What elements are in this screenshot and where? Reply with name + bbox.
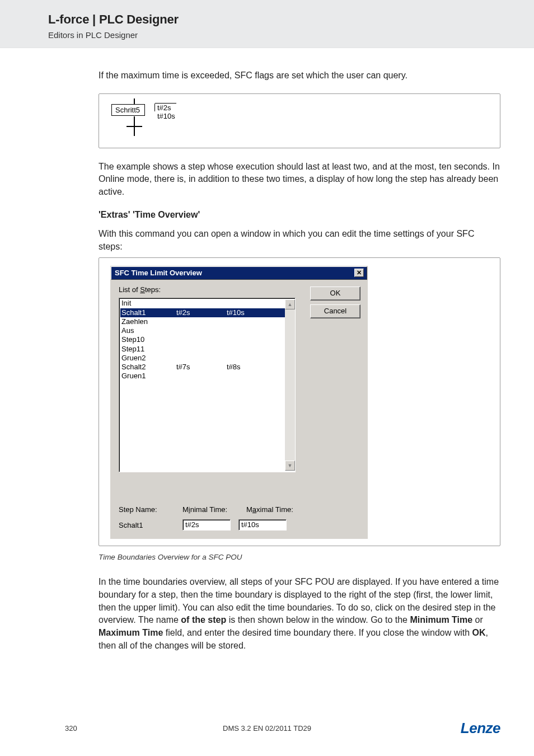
sfc-step-figure: Schritt5 t#2s t#10s — [99, 93, 500, 148]
paragraph-4: In the time boundaries overview, all ste… — [99, 576, 500, 652]
minimal-time-input[interactable]: t#2s — [182, 519, 231, 530]
dialog-titlebar[interactable]: SFC Time Limit Overview ✕ — [111, 266, 367, 280]
paragraph-1: If the maximum time is exceeded, SFC fla… — [99, 69, 500, 82]
dialog-title-text: SFC Time Limit Overview — [115, 269, 202, 277]
lenze-logo: Lenze — [461, 720, 500, 737]
edit-labels-row: Step Name: Minimal Time: Maximal Time: — [119, 505, 302, 514]
minimal-time-label: Minimal Time: — [182, 505, 238, 514]
dialog-figure: SFC Time Limit Overview ✕ List of Steps:… — [99, 257, 500, 546]
list-item[interactable]: Gruen2 — [120, 354, 295, 363]
ok-button[interactable]: OK — [310, 287, 360, 300]
sfc-time-dialog: SFC Time Limit Overview ✕ List of Steps:… — [110, 266, 368, 539]
cancel-button[interactable]: Cancel — [310, 304, 360, 318]
main-content: If the maximum time is exceeded, SFC fla… — [0, 48, 534, 652]
maximal-time-label: Maximal Time: — [246, 505, 302, 514]
sfc-t1: t#2s — [157, 104, 171, 112]
step-name-label: Step Name: — [119, 505, 175, 514]
paragraph-2: The example shows a step whose execution… — [99, 161, 500, 199]
sfc-t2: t#10s — [157, 112, 175, 120]
footer-center: DMS 3.2 EN 02/2011 TD29 — [223, 724, 311, 732]
list-item[interactable]: Step11 — [120, 345, 295, 354]
sfc-time-flag: t#2s t#10s — [155, 103, 176, 121]
page-title: L-force | PLC Designer — [48, 12, 534, 27]
list-item[interactable]: Zaehlen — [120, 317, 295, 326]
list-item[interactable]: Gruen1 — [120, 372, 295, 381]
list-item[interactable]: Aus — [120, 326, 295, 335]
step-name-value: Schalt1 — [119, 521, 175, 529]
close-icon[interactable]: ✕ — [354, 269, 364, 277]
page-subtitle: Editors in PLC Designer — [48, 30, 534, 40]
paragraph-3: With this command you can open a window … — [99, 228, 500, 253]
section-subheading: 'Extras' 'Time Overview' — [99, 210, 500, 220]
list-item[interactable]: Init — [120, 299, 295, 308]
steps-listbox[interactable]: InitSchalt1t#2st#10sZaehlenAusStep10Step… — [119, 298, 296, 472]
list-item[interactable]: Schalt2t#7st#8s — [120, 363, 295, 372]
list-item[interactable]: Schalt1t#2st#10s — [120, 308, 295, 317]
scroll-down-icon[interactable]: ▼ — [285, 461, 295, 471]
sfc-step-box: Schritt5 — [111, 104, 145, 116]
list-item[interactable]: Step10 — [120, 335, 295, 344]
edit-values-row: Schalt1 t#2s t#10s — [119, 519, 287, 530]
scroll-up-icon[interactable]: ▲ — [285, 299, 295, 309]
page-number: 320 — [65, 724, 77, 732]
header-bar: L-force | PLC Designer Editors in PLC De… — [0, 0, 534, 48]
page-footer: 320 DMS 3.2 EN 02/2011 TD29 Lenze — [0, 720, 534, 737]
figure-caption: Time Boundaries Overview for a SFC POU — [99, 553, 500, 561]
maximal-time-input[interactable]: t#10s — [238, 519, 287, 530]
scrollbar[interactable]: ▲ ▼ — [285, 299, 295, 471]
